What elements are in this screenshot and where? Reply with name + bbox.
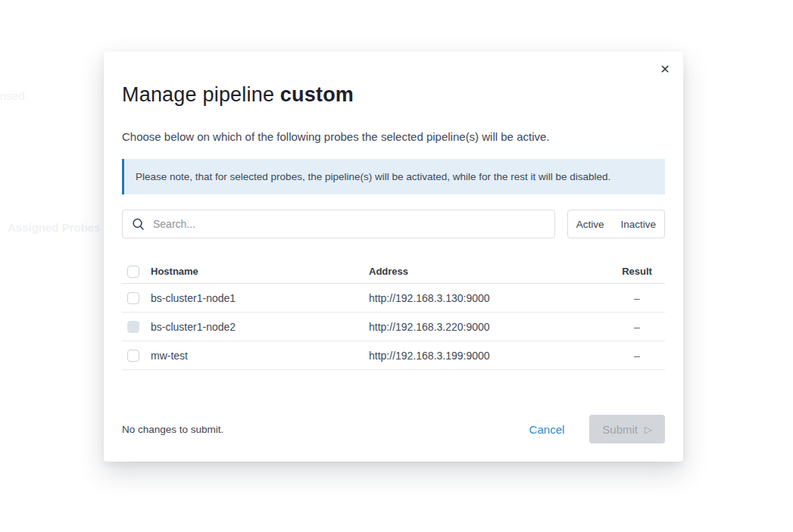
row-checkbox[interactable] (127, 350, 139, 362)
footer-status-text: No changes to submit. (122, 424, 223, 435)
notice-banner: Please note, that for selected probes, t… (122, 159, 665, 194)
row-result: – (619, 292, 655, 304)
manage-pipeline-modal: ✕ Manage pipeline custom Choose below on… (104, 51, 683, 462)
row-check-cell (122, 321, 151, 333)
modal-title-regular: Manage pipeline (122, 83, 280, 106)
controls-row: Active Inactive (122, 210, 665, 238)
submit-button-label: Submit (602, 423, 638, 436)
filter-inactive-button[interactable]: Inactive (612, 210, 664, 238)
row-result: – (619, 350, 655, 362)
row-checkbox[interactable] (127, 292, 139, 304)
table-header-row: Hostname Address Result (122, 260, 665, 284)
table-body: bs-cluster1-node1http://192.168.3.130:90… (122, 284, 665, 370)
background-faint-heading-label: Assigned Probes (8, 221, 101, 234)
column-header-address: Address (369, 266, 619, 277)
column-header-result: Result (619, 266, 655, 277)
row-hostname: bs-cluster1-node1 (151, 292, 369, 304)
row-check-cell (122, 350, 151, 362)
select-all-checkbox[interactable] (127, 266, 139, 278)
modal-title: Manage pipeline custom (122, 83, 665, 107)
row-result: – (619, 321, 655, 333)
search-box[interactable] (122, 210, 555, 238)
header-check-cell (122, 266, 151, 278)
modal-description: Choose below on which of the following p… (122, 130, 665, 143)
background-faint-heading: Assigned Probes ? (8, 221, 117, 234)
search-input[interactable] (153, 218, 545, 230)
close-icon[interactable]: ✕ (657, 61, 673, 77)
probe-table: Hostname Address Result bs-cluster1-node… (122, 260, 665, 370)
filter-button-group: Active Inactive (567, 210, 665, 238)
column-header-hostname: Hostname (151, 266, 369, 277)
row-hostname: bs-cluster1-node2 (151, 321, 369, 333)
row-check-cell (122, 292, 151, 304)
row-address: http://192.168.3.130:9000 (369, 292, 619, 304)
row-address: http://192.168.3.199:9000 (369, 350, 619, 362)
row-address: http://192.168.3.220:9000 (369, 321, 619, 333)
filter-active-button[interactable]: Active (568, 210, 613, 238)
table-row: bs-cluster1-node2http://192.168.3.220:90… (122, 313, 665, 341)
modal-footer: No changes to submit. Cancel Submit ▷ (122, 415, 665, 443)
table-row: bs-cluster1-node1http://192.168.3.130:90… (122, 284, 665, 313)
row-checkbox[interactable] (127, 321, 139, 333)
background-faint-text: nsed. (0, 89, 28, 102)
submit-button[interactable]: Submit ▷ (589, 415, 665, 443)
modal-title-pipeline-name: custom (280, 83, 354, 106)
table-row: mw-testhttp://192.168.3.199:9000– (122, 341, 665, 370)
play-icon: ▷ (645, 424, 652, 435)
search-icon (132, 218, 145, 231)
row-hostname: mw-test (151, 350, 369, 362)
cancel-button[interactable]: Cancel (529, 423, 565, 436)
